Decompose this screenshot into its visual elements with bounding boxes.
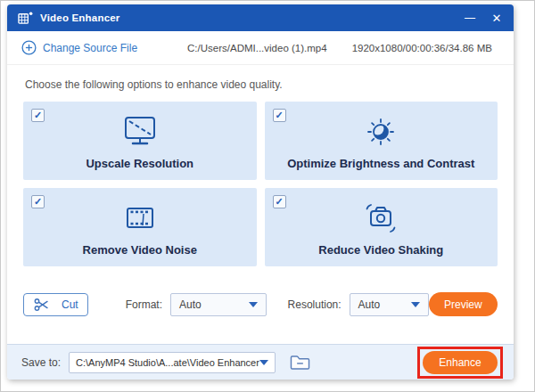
cut-button[interactable]: Cut	[23, 293, 88, 316]
preview-button[interactable]: Preview	[429, 292, 498, 316]
plus-circle-icon	[21, 40, 37, 55]
source-file-info: 1920x1080/00:00:36/34.86 MB	[352, 43, 492, 53]
change-source-file-button[interactable]: Change Source File	[21, 40, 137, 55]
video-enhancer-window: Video Enhancer — ✕ Change Source File C:…	[7, 4, 514, 380]
format-value: Auto	[179, 298, 202, 311]
source-file-path: C:/Users/ADMI...video (1).mp4	[187, 43, 327, 53]
footer-bar: Save to: C:\AnyMP4 Studio\A...ate\Video …	[7, 344, 514, 380]
source-bar: Change Source File C:/Users/ADMI...video…	[7, 31, 514, 65]
brightness-sun-icon	[360, 107, 401, 157]
save-to-label: Save to:	[21, 356, 61, 369]
save-path-dropdown[interactable]: C:\AnyMP4 Studio\A...ate\Video Enhancer	[69, 352, 276, 373]
film-strip-icon	[119, 193, 160, 243]
resolution-value: Auto	[358, 298, 381, 311]
option-card-reduce-shaking[interactable]: ✓ Reduce Video Shaking	[265, 188, 498, 266]
toolbar: Cut Format: Auto Resolution: Auto Previe…	[7, 292, 514, 316]
enhance-highlight-annotation: Enhance	[417, 347, 503, 379]
option-label: Remove Video Noise	[83, 243, 197, 257]
open-folder-button[interactable]	[287, 352, 312, 373]
titlebar: Video Enhancer — ✕	[7, 4, 514, 31]
option-card-remove-noise[interactable]: ✓ Remove Video	[23, 188, 257, 266]
cut-label: Cut	[62, 298, 78, 311]
resolution-label: Resolution:	[288, 298, 342, 311]
optimize-brightness-checkbox[interactable]: ✓	[273, 109, 286, 122]
window-title: Video Enhancer	[40, 12, 120, 23]
change-source-file-label: Change Source File	[43, 42, 137, 54]
folder-icon	[289, 353, 311, 372]
reduce-shaking-checkbox[interactable]: ✓	[273, 195, 286, 208]
option-label: Optimize Brightness and Contrast	[287, 157, 474, 170]
chevron-down-icon	[259, 360, 268, 365]
resolution-dropdown[interactable]: Auto	[350, 293, 429, 316]
remove-noise-checkbox[interactable]: ✓	[31, 195, 45, 208]
options-grid: ✓ Upscale Resolution ✓	[7, 102, 514, 266]
option-card-optimize-brightness[interactable]: ✓ O	[265, 102, 498, 180]
format-label: Format:	[126, 298, 162, 311]
format-dropdown[interactable]: Auto	[170, 293, 267, 316]
option-label: Upscale Resolution	[86, 157, 193, 170]
monitor-upscale-icon	[119, 107, 160, 157]
upscale-resolution-checkbox[interactable]: ✓	[31, 109, 45, 122]
camera-shake-icon	[360, 193, 401, 243]
scissors-icon	[33, 297, 51, 313]
instruction-text: Choose the following options to enhance …	[7, 65, 514, 102]
chevron-down-icon	[249, 302, 258, 307]
option-label: Reduce Video Shaking	[318, 243, 443, 257]
save-path-value: C:\AnyMP4 Studio\A...ate\Video Enhancer	[76, 357, 259, 368]
chevron-down-icon	[411, 302, 420, 307]
minimize-button[interactable]: —	[457, 6, 483, 29]
enhance-button[interactable]: Enhance	[423, 351, 498, 374]
app-icon	[17, 11, 34, 26]
close-button[interactable]: ✕	[483, 6, 510, 29]
option-card-upscale-resolution[interactable]: ✓ Upscale Resolution	[23, 102, 257, 180]
